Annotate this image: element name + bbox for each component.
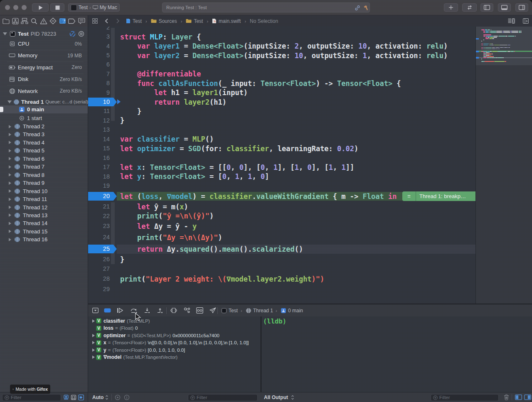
- hide-debug-area-button[interactable]: [92, 304, 99, 316]
- gauge-row-energy-impact[interactable]: Energy Impact Zero: [0, 64, 88, 71]
- thread-row-thread-16[interactable]: Thread 16: [0, 236, 88, 243]
- disclosure-triangle[interactable]: [92, 319, 95, 323]
- back-arrow-icon[interactable]: [105, 18, 108, 24]
- navigator-tab-project[interactable]: [2, 18, 10, 24]
- environment-overrides-button[interactable]: [196, 304, 203, 316]
- gutter-line-number[interactable]: 22: [88, 212, 110, 221]
- gutter-line-number[interactable]: 17: [88, 163, 110, 172]
- gutter-line-number[interactable]: 24: [88, 233, 110, 242]
- gutter-line-number[interactable]: 16: [88, 154, 110, 162]
- thread-row-thread-5[interactable]: Thread 5: [0, 147, 88, 154]
- disclosure-triangle[interactable]: [9, 125, 11, 128]
- navigator-tab-breakpoints[interactable]: [68, 18, 76, 24]
- navigator-tab-find[interactable]: [31, 18, 37, 25]
- toggle-inspectors-button[interactable]: [515, 3, 528, 12]
- gutter-line-number[interactable]: 28: [88, 275, 110, 283]
- variable-row-classifier[interactable]: Vclassifier (Test.MLP): [88, 317, 261, 324]
- gauge-row-network[interactable]: Network Zero KB/s: [0, 87, 88, 95]
- toggle-debug-area-button[interactable]: [498, 3, 511, 12]
- gutter-line-number[interactable]: 26: [88, 255, 110, 264]
- disclosure-triangle[interactable]: [9, 189, 11, 193]
- process-row[interactable]: Test PID 78223: [0, 30, 88, 37]
- gutter-line-number[interactable]: 27: [88, 265, 110, 273]
- disclosure-triangle[interactable]: [9, 213, 11, 217]
- toggle-console-view-icon[interactable]: [524, 395, 531, 400]
- gutter-line-number[interactable]: 7: [88, 70, 110, 78]
- trash-icon[interactable]: [504, 394, 509, 400]
- gutter-line-number[interactable]: 12: [88, 116, 110, 125]
- thread-row-thread-9[interactable]: Thread 9: [0, 179, 88, 187]
- gutter-line-number[interactable]: 8: [88, 79, 110, 88]
- debug-jump-test[interactable]: Test: [222, 304, 238, 316]
- breakpoint-line-10[interactable]: 10: [88, 98, 117, 106]
- breadcrumb-sources[interactable]: Sources: [151, 18, 177, 24]
- thread-row-thread-1[interactable]: Thread 1 Queue: c…d (serial): [0, 98, 88, 105]
- minimap[interactable]: [475, 27, 532, 304]
- debug-jump-thread-1[interactable]: Thread 1: [246, 304, 273, 316]
- gutter-line-number[interactable]: 2: [88, 27, 110, 32]
- breadcrumb-test[interactable]: Test: [126, 18, 142, 24]
- variable-row-y[interactable]: Vy = (Tensor<Float>) [0.0, 1.0, 1.0, 0.0…: [88, 346, 261, 353]
- step-into-button[interactable]: [144, 304, 150, 316]
- thread-row-thread-4[interactable]: Thread 4: [0, 139, 88, 146]
- gutter-line-number[interactable]: 6: [88, 60, 110, 69]
- scope-circle-icon[interactable]: [115, 395, 121, 400]
- breakpoints-toggle-button[interactable]: [104, 304, 111, 316]
- breakpoint-annotation[interactable]: =Thread 1: breakp…: [402, 191, 475, 201]
- gutter-line-number[interactable]: 11: [88, 107, 110, 115]
- navigator-tab-tests[interactable]: [49, 17, 57, 25]
- navigator-tab-issues[interactable]: [40, 18, 47, 25]
- gutter-line-number[interactable]: 15: [88, 144, 110, 153]
- toggle-variables-view-icon[interactable]: [515, 395, 522, 400]
- run-button[interactable]: [32, 3, 49, 12]
- navigator-filter-field[interactable]: Filter: [2, 394, 61, 401]
- add-editor-icon[interactable]: [523, 18, 529, 24]
- show-running-filter-icon[interactable]: [63, 395, 69, 400]
- library-add-button[interactable]: [444, 3, 458, 12]
- gutter-line-number[interactable]: 9: [88, 88, 110, 97]
- stop-button[interactable]: [50, 3, 64, 12]
- show-stack-filter-icon[interactable]: [71, 395, 76, 400]
- breakpoint-line-20[interactable]: 20: [88, 192, 117, 201]
- disclosure-triangle[interactable]: [9, 198, 11, 201]
- gutter-line-number[interactable]: 14: [88, 135, 110, 144]
- related-items-icon[interactable]: [92, 18, 98, 24]
- disclosure-triangle[interactable]: [9, 238, 11, 241]
- variable-row-loss[interactable]: Vloss = (Float) 0: [88, 325, 261, 332]
- gauge-row-disk[interactable]: Disk Zero KB/s: [0, 76, 88, 83]
- navigator-tab-symbols[interactable]: [21, 18, 28, 24]
- source-editor[interactable]: =Thread 1: breakp…23struct MLP: Layer {4…: [88, 27, 532, 304]
- gutter-line-number[interactable]: 29: [88, 285, 110, 294]
- thread-row-thread-2[interactable]: Thread 2: [0, 123, 88, 130]
- thread-row-thread-11[interactable]: Thread 11: [0, 196, 88, 203]
- variables-view[interactable]: Vclassifier (Test.MLP)Vloss = (Float) 0V…: [88, 316, 261, 392]
- thread-view-icon[interactable]: [78, 31, 84, 37]
- disclosure-triangle[interactable]: [7, 100, 12, 103]
- thread-row-thread-12[interactable]: Thread 12: [0, 203, 88, 211]
- disclosure-triangle[interactable]: [92, 355, 95, 359]
- disclosure-triangle[interactable]: [9, 133, 11, 136]
- gutter-line-number[interactable]: 4: [88, 42, 110, 51]
- navigator-tab-source-control[interactable]: [12, 18, 19, 25]
- breadcrumb-test[interactable]: Test: [186, 18, 203, 24]
- minimize-button[interactable]: [13, 5, 18, 10]
- disclosure-triangle[interactable]: [92, 334, 95, 337]
- breadcrumb-main-swift[interactable]: main.swift: [212, 18, 241, 24]
- close-button[interactable]: [5, 5, 10, 10]
- disclosure-triangle[interactable]: [9, 181, 11, 185]
- disclosure-triangle[interactable]: [9, 230, 11, 233]
- hammer-icon[interactable]: [363, 5, 369, 11]
- thread-row-thread-6[interactable]: Thread 6: [0, 155, 88, 162]
- gutter-line-number[interactable]: 19: [88, 181, 110, 190]
- breadcrumb-no-selection[interactable]: No Selection: [250, 18, 278, 24]
- thread-row-thread-10[interactable]: Thread 10: [0, 187, 88, 195]
- thread-row-thread-8[interactable]: Thread 8: [0, 171, 88, 179]
- disclosure-triangle[interactable]: [9, 157, 11, 160]
- breakpoint-line-25[interactable]: 25: [88, 245, 117, 253]
- stack-frame-0-main-selected[interactable]: 0 main: [0, 105, 88, 113]
- variable-row-optimizer[interactable]: Voptimizer = (SGD<Test.MLP>) 0x000000011…: [88, 332, 261, 339]
- thread-row-thread-13[interactable]: Thread 13: [0, 211, 88, 219]
- scheme-selector[interactable]: Test › My Mac: [68, 3, 120, 12]
- gutter-line-number[interactable]: 5: [88, 51, 110, 60]
- thread-row-thread-14[interactable]: Thread 14: [0, 220, 88, 227]
